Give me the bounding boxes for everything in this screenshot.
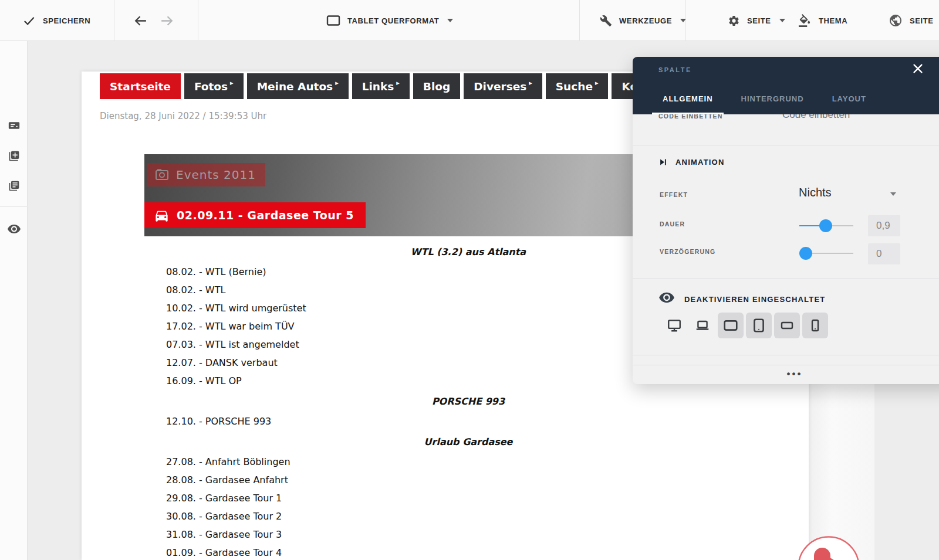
submenu-arrow-icon: ▸ (335, 79, 339, 87)
date-time-text: Dienstag, 28 Juni 2022 / 15:39:53 Uhr (100, 111, 266, 121)
duration-label: DAUER (660, 220, 685, 228)
visibility-label: DEAKTIVIEREN EINGESCHALTET (684, 295, 825, 304)
device-mode-label: TABLET QUERFORMAT (347, 16, 439, 25)
preview-button[interactable] (0, 218, 28, 239)
content-elements-button[interactable] (0, 115, 28, 136)
event-line: 27.08. - Anfahrt Böblingen (166, 453, 792, 471)
eye-icon (7, 222, 21, 236)
add-copy-icon (8, 150, 20, 162)
camera-icon (155, 168, 169, 182)
phone-portrait-icon (808, 318, 822, 332)
site-button[interactable]: SEITE (889, 0, 934, 41)
skip-forward-icon (658, 158, 667, 167)
device-toggle-phone-landscape[interactable] (774, 313, 800, 338)
nav-item-diverses[interactable]: Diverses▸ (464, 73, 542, 99)
panel-divider (633, 279, 939, 279)
page-menu-button[interactable]: SEITE (728, 0, 785, 41)
effect-select[interactable]: Nichts (799, 186, 832, 199)
animation-section-header[interactable]: ANIMATION (658, 158, 725, 167)
event-heading: PORSCHE 993 (144, 393, 792, 410)
laptop-icon (695, 318, 710, 333)
save-button[interactable]: SPEICHERN (22, 0, 90, 41)
pages-button[interactable] (0, 175, 28, 196)
event-line: 01.09. - Gardasee Tour 4 (166, 544, 792, 560)
chevron-down-icon (779, 19, 785, 22)
device-mode-selector[interactable]: TABLET QUERFORMAT (326, 0, 453, 41)
close-button[interactable] (911, 62, 924, 75)
add-block-button[interactable] (0, 145, 28, 167)
phone-landscape-icon (780, 318, 794, 332)
toolbar-divider (198, 0, 198, 41)
tab-allgemein[interactable]: ALLGEMEIN (652, 83, 724, 114)
animation-section-label: ANIMATION (675, 158, 725, 167)
submenu-arrow-icon: ▸ (396, 79, 400, 87)
panel-header: SPALTE ALLGEMEIN HINTERGRUND LAYOUT (633, 57, 939, 114)
chevron-down-icon[interactable] (890, 192, 896, 196)
nav-item-startseite[interactable]: Startseite (100, 73, 181, 99)
duration-input[interactable]: 0,9 (868, 215, 900, 236)
nav-item-fotos[interactable]: Fotos▸ (184, 73, 244, 99)
sidebar-divider (0, 206, 28, 207)
device-toggle-phone-portrait[interactable] (802, 313, 828, 338)
site-navigation: Startseite Fotos▸ Meine Autos▸ Links▸ Bl… (100, 73, 647, 99)
panel-title: SPALTE (658, 66, 692, 73)
tablet-landscape-icon (326, 13, 340, 28)
editor-sidebar (0, 41, 28, 560)
submenu-arrow-icon: ▸ (595, 79, 599, 87)
theme-label: THEMA (819, 16, 847, 25)
nav-item-blog[interactable]: Blog (413, 73, 460, 99)
globe-icon (889, 13, 903, 28)
submenu-arrow-icon: ▸ (230, 79, 234, 87)
slider-thumb[interactable] (819, 219, 832, 232)
undo-button[interactable] (133, 0, 148, 41)
delay-input[interactable]: 0 (868, 243, 900, 264)
nav-item-meine-autos[interactable]: Meine Autos▸ (247, 73, 349, 99)
redo-button[interactable] (160, 0, 174, 41)
paint-fill-icon (798, 14, 812, 28)
car-icon (154, 208, 170, 223)
nav-item-suche[interactable]: Suche▸ (546, 73, 609, 99)
delay-slider[interactable] (799, 247, 853, 260)
editor-toolbar: SPEICHERN TABLET QUERFORMAT WERKZEUGE SE… (0, 0, 939, 41)
check-icon (22, 14, 36, 28)
tools-menu-button[interactable]: WERKZEUGE (600, 0, 686, 41)
slider-thumb[interactable] (799, 247, 812, 260)
panel-divider (633, 355, 939, 355)
tools-label: WERKZEUGE (619, 16, 672, 25)
desktop-icon (667, 318, 682, 333)
more-options-button[interactable]: ••• (633, 365, 939, 384)
tablet-landscape-icon (723, 318, 738, 333)
device-toggle-desktop[interactable] (661, 313, 687, 338)
device-toggle-laptop[interactable] (690, 313, 715, 338)
column-settings-panel: CODE EINBETTEN Code einbetten ANIMATION … (633, 57, 939, 384)
theme-button[interactable]: THEMA (798, 0, 847, 41)
site-label: SEITE (910, 16, 934, 25)
delay-label: VERZÖGERUNG (660, 248, 715, 255)
arrow-right-icon (160, 13, 174, 28)
album-link[interactable]: Events 2011 (147, 163, 265, 186)
device-toggle-tablet-landscape[interactable] (718, 313, 744, 338)
album-label: Events 2011 (176, 168, 256, 182)
save-label: SPEICHERN (43, 16, 90, 25)
duration-slider[interactable] (799, 219, 853, 232)
nav-item-links[interactable]: Links▸ (352, 73, 410, 99)
chevron-down-icon (447, 19, 453, 22)
tour-label: 02.09.11 - Gardasee Tour 5 (177, 209, 354, 222)
panel-tabs: ALLGEMEIN HINTERGRUND LAYOUT (652, 83, 877, 114)
effect-label: EFFEKT (660, 191, 688, 198)
tab-hintergrund[interactable]: HINTERGRUND (731, 83, 815, 114)
page-label: SEITE (747, 16, 771, 25)
tab-layout[interactable]: LAYOUT (822, 83, 877, 114)
site-logo-badge[interactable] (796, 535, 861, 560)
event-line: 12.10. - PORSCHE 993 (166, 412, 792, 430)
eye-icon (658, 291, 675, 304)
event-line: 30.08. - Gardasee Tour 2 (166, 507, 792, 525)
toolbar-divider (114, 0, 114, 41)
panel-divider (633, 145, 939, 145)
close-icon (911, 62, 924, 75)
tour-link[interactable]: 02.09.11 - Gardasee Tour 5 (144, 202, 366, 228)
arrow-left-icon (133, 13, 148, 28)
device-toggle-tablet-portrait[interactable] (746, 313, 772, 338)
gear-icon (728, 15, 740, 27)
event-line: 28.08. - Gardasee Anfahrt (166, 471, 792, 489)
